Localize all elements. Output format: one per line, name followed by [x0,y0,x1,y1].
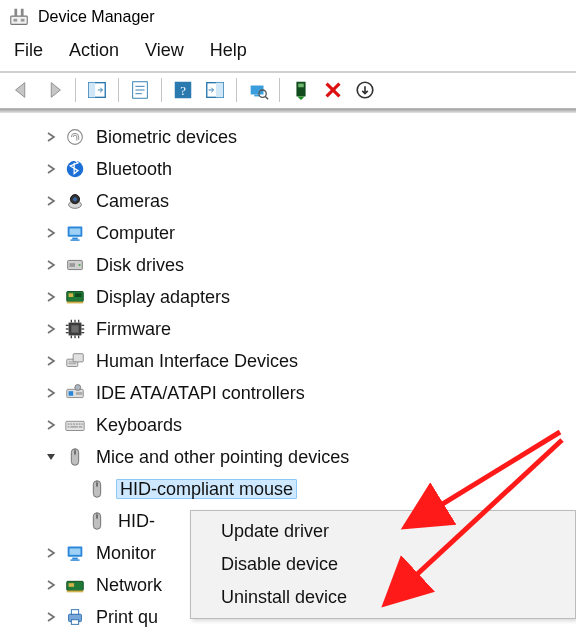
bluetooth-icon [64,158,86,180]
tree-item-ide[interactable]: IDE ATA/ATAPI controllers [18,377,576,409]
tree-item-label: Keyboards [96,416,182,435]
svg-rect-3 [14,19,18,22]
hid-icon [64,350,86,372]
svg-rect-68 [81,423,82,425]
svg-rect-83 [72,558,78,560]
chevron-right-icon[interactable] [44,226,58,240]
svg-rect-55 [73,354,83,362]
menu-view[interactable]: View [145,40,184,61]
svg-rect-31 [72,238,78,240]
back-button[interactable] [8,76,36,104]
svg-rect-2 [21,9,24,16]
svg-rect-77 [96,483,98,487]
firmware-icon [64,318,86,340]
chevron-right-icon[interactable] [44,354,58,368]
toolbar-separator [279,78,280,102]
svg-point-60 [75,385,81,391]
svg-rect-32 [70,239,79,240]
fingerprint-icon [64,126,86,148]
svg-rect-64 [70,423,72,425]
svg-rect-59 [69,391,74,396]
svg-rect-74 [74,451,76,455]
menu-action[interactable]: Action [69,40,119,61]
chevron-right-icon[interactable] [44,322,58,336]
disable-button[interactable] [351,76,379,104]
tree-item-label: HID-compliant mouse [120,480,293,499]
tree-item-display-adapter[interactable]: Display adapters [18,281,576,313]
chevron-right-icon[interactable] [44,162,58,176]
mouse-icon [86,478,108,500]
chevron-right-icon[interactable] [44,258,58,272]
svg-rect-0 [11,16,28,24]
show-hide-tree-button[interactable] [83,76,111,104]
tree-item-label: Mice and other pointing devices [96,448,349,467]
scan-hardware-button[interactable] [244,76,272,104]
tree-item-label: Disk drives [96,256,184,275]
ctx-update-driver[interactable]: Update driver [191,515,575,548]
chevron-right-icon[interactable] [44,290,58,304]
properties-button[interactable] [126,76,154,104]
camera-icon [64,190,86,212]
tree-item-disk[interactable]: Disk drives [18,249,576,281]
svg-rect-63 [68,423,70,425]
toolbar-separator [75,78,76,102]
svg-point-28 [73,197,77,201]
uninstall-button[interactable] [319,76,347,104]
tree-item-mouse[interactable]: Mice and other pointing devices [18,441,576,473]
svg-rect-70 [70,426,77,428]
svg-line-18 [265,96,268,99]
ctx-uninstall-device[interactable]: Uninstall device [191,581,575,614]
printer-icon [64,606,86,628]
svg-rect-20 [298,83,304,87]
chevron-right-icon[interactable] [44,130,58,144]
tree-item-bluetooth[interactable]: Bluetooth [18,153,576,185]
tree-item-label: Display adapters [96,288,230,307]
keyboard-icon [64,414,86,436]
svg-rect-80 [96,515,98,519]
toolbar: ? [0,71,576,109]
chevron-right-icon[interactable] [44,194,58,208]
svg-rect-71 [79,426,83,428]
action-button[interactable] [201,76,229,104]
tree-item-label: Network [96,576,162,595]
svg-rect-37 [69,293,74,297]
menu-file[interactable]: File [14,40,43,61]
tree-item-camera[interactable]: Cameras [18,185,576,217]
chevron-right-icon[interactable] [44,610,58,624]
titlebar: Device Manager [0,0,576,34]
svg-rect-66 [76,423,78,425]
tree-item-keyboard[interactable]: Keyboards [18,409,576,441]
disk-icon [64,254,86,276]
context-menu: Update driver Disable device Uninstall d… [190,510,576,619]
chevron-right-icon[interactable] [44,578,58,592]
chevron-right-icon[interactable] [44,386,58,400]
chevron-down-icon[interactable] [44,450,58,464]
help-button[interactable]: ? [169,76,197,104]
svg-rect-86 [69,583,75,587]
tree-item-label: Monitor [96,544,156,563]
tree-item-label: IDE ATA/ATAPI controllers [96,384,305,403]
tree-item-firmware[interactable]: Firmware [18,313,576,345]
svg-rect-14 [216,82,223,97]
forward-button[interactable] [40,76,68,104]
tree-item-label: Cameras [96,192,169,211]
tree-item-fingerprint[interactable]: Biometric devices [18,121,576,153]
chevron-right-icon[interactable] [44,546,58,560]
tree-item-computer[interactable]: Computer [18,217,576,249]
svg-rect-67 [79,423,81,425]
monitor-icon [64,542,86,564]
toolbar-separator [236,78,237,102]
update-driver-button[interactable] [287,76,315,104]
menubar: File Action View Help [0,34,576,71]
chevron-right-icon[interactable] [44,418,58,432]
tree-child-mouse[interactable]: HID-compliant mouse [18,473,576,505]
ctx-disable-device[interactable]: Disable device [191,548,575,581]
menu-help[interactable]: Help [210,40,247,61]
svg-rect-65 [73,423,75,425]
network-icon [64,574,86,596]
tree-item-hid[interactable]: Human Interface Devices [18,345,576,377]
svg-rect-82 [70,548,81,554]
svg-rect-41 [71,325,78,332]
tree-item-label: Computer [96,224,175,243]
tree-item-label: Print qu [96,608,158,627]
